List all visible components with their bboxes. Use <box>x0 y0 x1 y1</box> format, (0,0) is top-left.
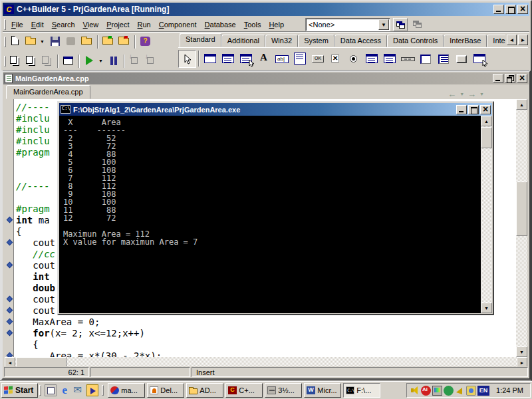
cd-player-icon[interactable] <box>444 386 454 396</box>
open-file-button[interactable] <box>23 34 39 49</box>
desktop-selector-combo[interactable]: <None> ▼ <box>305 18 390 31</box>
tab-system[interactable]: System <box>298 35 334 47</box>
help-button[interactable] <box>138 34 154 49</box>
toolbar-gripper[interactable] <box>4 37 6 47</box>
tab-additional[interactable]: Additional <box>221 35 265 47</box>
minimize-button[interactable] <box>493 5 504 14</box>
open-file-dropdown[interactable]: ▼ <box>39 34 47 49</box>
console-titlebar[interactable]: F:\ObjStrAlg1_2\GardenArea\PrjGardenArea… <box>59 103 492 116</box>
console-vscroll-thumb[interactable] <box>481 127 492 148</box>
forward-arrow-icon[interactable]: → <box>466 89 477 99</box>
media-player-icon[interactable] <box>86 384 98 396</box>
step-over-button[interactable] <box>143 53 159 68</box>
console-maximize-button[interactable] <box>468 105 479 114</box>
menu-run[interactable]: Run <box>134 19 155 31</box>
component-frames[interactable] <box>201 50 219 68</box>
component-radiogroup[interactable] <box>435 50 453 68</box>
open-project-button[interactable] <box>79 34 95 49</box>
hscroll-thumb[interactable] <box>16 357 66 367</box>
tab-data-access[interactable]: Data Access <box>334 35 387 47</box>
task-button-floppy[interactable]: 3½... <box>265 383 302 398</box>
save-all-button-disabled[interactable] <box>63 34 79 49</box>
tab-interbase[interactable]: InterBase <box>444 35 487 47</box>
view-form-button[interactable] <box>23 53 39 68</box>
scroll-down-icon[interactable]: ▼ <box>481 303 492 313</box>
menu-tools[interactable]: Tools <box>240 19 265 31</box>
scroll-right-icon[interactable]: ► <box>518 35 528 45</box>
back-dropdown-icon[interactable]: ▼ <box>458 92 466 96</box>
toggle-form-unit-button[interactable] <box>39 53 55 68</box>
tab-maingardenarea[interactable]: MainGardenArea.cpp <box>6 85 90 99</box>
taskbar-gripper[interactable] <box>102 385 104 396</box>
component-panel[interactable] <box>453 50 471 68</box>
menu-component[interactable]: Component <box>155 19 201 31</box>
outlook-express-icon[interactable] <box>72 384 84 396</box>
tab-data-controls[interactable]: Data Controls <box>387 35 444 47</box>
component-scrollbar[interactable] <box>399 50 417 68</box>
scroll-right-icon[interactable]: ► <box>517 357 527 367</box>
scroll-up-icon[interactable]: ▲ <box>481 116 492 126</box>
component-groupbox[interactable] <box>417 50 435 68</box>
menu-help[interactable]: Help <box>265 19 288 31</box>
run-button[interactable] <box>82 53 98 68</box>
gutter-cell[interactable] <box>5 309 14 312</box>
set-debug-desktop-button[interactable] <box>410 18 425 31</box>
console-client[interactable]: X Area --- ------ 2 52 3 72 4 88 5 100 6… <box>59 116 492 313</box>
remove-file-from-project-button[interactable] <box>116 34 132 49</box>
editor-minimize-button[interactable] <box>493 74 503 83</box>
component-checkbox[interactable] <box>327 50 345 68</box>
task-button-console[interactable]: F:\... <box>343 383 380 398</box>
component-combobox[interactable] <box>381 50 399 68</box>
keyboard-layout-badge[interactable]: EN <box>477 386 489 396</box>
component-actionlist[interactable] <box>471 50 489 68</box>
toolbar-gripper[interactable] <box>4 56 6 66</box>
menu-file[interactable]: File <box>7 19 27 31</box>
component-edit[interactable] <box>273 50 291 68</box>
internet-explorer-icon[interactable]: e <box>59 384 70 396</box>
tab-internet[interactable]: Internet <box>487 35 505 47</box>
component-memo[interactable] <box>291 50 309 68</box>
maximize-button[interactable] <box>505 5 516 14</box>
scroll-up-icon[interactable]: ▲ <box>516 99 527 110</box>
volume-icon[interactable] <box>455 386 465 396</box>
vscroll-thumb[interactable] <box>516 182 527 236</box>
scroll-left-icon[interactable]: ◄ <box>507 35 517 45</box>
gutter-cell[interactable] <box>5 320 14 323</box>
menu-edit[interactable]: Edit <box>27 19 48 31</box>
main-titlebar[interactable]: C C++Builder 5 - PrjGardenArea [Running] <box>3 3 529 16</box>
taskbar-gripper[interactable] <box>39 385 41 396</box>
task-button-ma[interactable]: ma... <box>108 383 145 398</box>
chevron-down-icon[interactable]: ▼ <box>378 19 389 30</box>
task-button-delphi[interactable]: Del... <box>147 383 184 398</box>
trace-into-button[interactable] <box>127 53 143 68</box>
component-button[interactable] <box>309 50 327 68</box>
forward-dropdown-icon[interactable]: ▼ <box>477 92 486 96</box>
menu-database[interactable]: Database <box>201 19 240 31</box>
new-form-button[interactable] <box>61 53 76 68</box>
pointer-tool[interactable] <box>178 50 196 68</box>
component-popupmenu[interactable] <box>237 50 255 68</box>
show-desktop-icon[interactable] <box>45 384 57 396</box>
component-mainmenu[interactable] <box>219 50 237 68</box>
save-file-button[interactable] <box>47 34 63 49</box>
scroll-left-icon[interactable]: ◄ <box>5 357 15 367</box>
gutter-cell[interactable] <box>5 263 14 267</box>
gutter-cell[interactable] <box>5 218 14 221</box>
tab-standard[interactable]: Standard <box>180 33 221 47</box>
close-button[interactable] <box>517 5 528 14</box>
view-unit-button[interactable] <box>7 53 23 68</box>
start-button[interactable]: Start <box>1 383 38 398</box>
pause-button[interactable] <box>106 53 122 68</box>
add-file-to-project-button[interactable] <box>100 34 116 49</box>
save-desktop-button[interactable] <box>393 18 408 31</box>
scheduler-icon[interactable] <box>466 386 476 396</box>
menu-search[interactable]: Search <box>48 19 79 31</box>
component-listbox[interactable] <box>363 50 381 68</box>
component-label[interactable] <box>255 50 273 68</box>
editor-hscrollbar[interactable]: ◄ ► <box>5 357 527 367</box>
editor-vscrollbar[interactable]: ▲ ▼ <box>516 99 527 357</box>
display-settings-icon[interactable] <box>432 386 442 396</box>
gutter-cell[interactable] <box>5 241 14 244</box>
new-file-button[interactable] <box>7 34 23 49</box>
gutter-cell[interactable] <box>5 331 14 334</box>
